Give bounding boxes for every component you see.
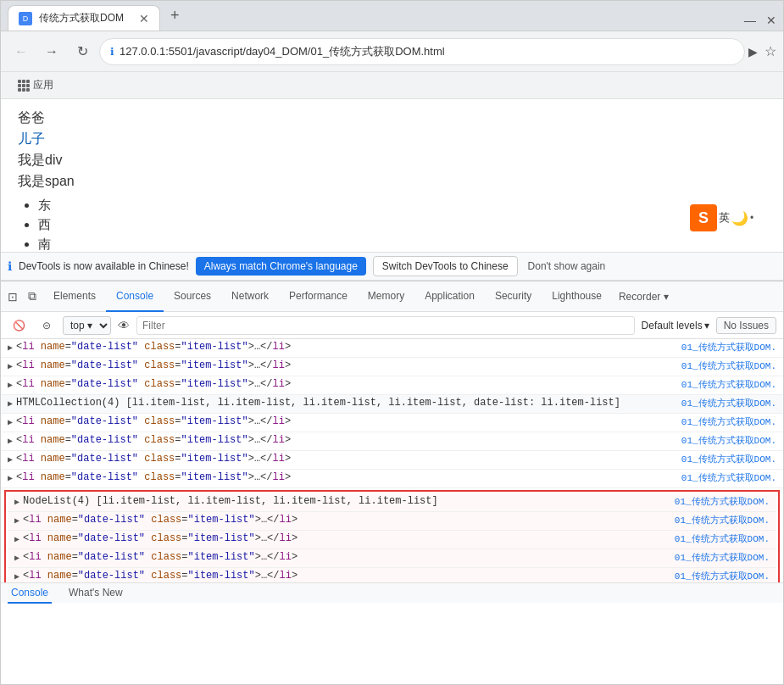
row-content-6: <li name="date-list" class="item-list">……	[16, 434, 681, 446]
row-content-3: <li name="date-list" class="item-list">……	[16, 378, 681, 390]
list-item-east: 东	[38, 198, 766, 214]
sogou-logo: S 英 🌙 •	[690, 201, 766, 235]
recorder-button[interactable]: Recorder ▾	[612, 291, 676, 303]
row-content-hl-2: <li name="date-list" class="item-list">……	[23, 532, 675, 544]
tab-performance[interactable]: Performance	[279, 281, 358, 312]
cast-icon[interactable]: ▶	[748, 45, 758, 58]
browser-frame: D 传统方式获取DOM ✕ + — ✕ ← → ↻ ℹ 127.0.0.1:55…	[0, 0, 784, 685]
console-row-7[interactable]: ▶ <li name="date-list" class="item-list"…	[1, 451, 783, 470]
row-content-nodelist: NodeList(4) [li.item-list, li.item-list,…	[23, 495, 675, 507]
row-arrow-htmlcollection: ▶	[8, 397, 13, 409]
active-tab: D 传统方式获取DOM ✕	[8, 5, 160, 31]
bottom-tab-console[interactable]: Console	[8, 583, 52, 604]
row-source-1[interactable]: 01_传统方式获取DOM.	[681, 341, 776, 354]
row-source-htmlcollection[interactable]: 01_传统方式获取DOM.	[681, 397, 776, 409]
tab-close-button[interactable]: ✕	[139, 13, 149, 25]
dismiss-notification-button[interactable]: Don't show again	[528, 260, 606, 272]
row-source-hl-3[interactable]: 01_传统方式获取DOM.	[675, 551, 770, 564]
devtools-tab-icons: ⊡ ⧉	[4, 286, 40, 307]
forward-button[interactable]: →	[38, 38, 65, 65]
bookmarks-bar: 应用	[1, 72, 783, 99]
apps-bookmark-button[interactable]: 应用	[11, 75, 60, 96]
bookmark-icon[interactable]: ☆	[765, 43, 776, 59]
row-source-5[interactable]: 01_传统方式获取DOM.	[681, 415, 776, 428]
row-arrow-6: ▶	[8, 434, 13, 446]
console-row-2[interactable]: ▶ <li name="date-list" class="item-list"…	[1, 358, 783, 376]
row-source-8[interactable]: 01_传统方式获取DOM.	[681, 471, 776, 484]
default-levels-button[interactable]: Default levels ▾	[642, 320, 709, 331]
page-list: 东 西 南 北	[38, 198, 766, 252]
console-row-5[interactable]: ▶ <li name="date-list" class="item-list"…	[1, 414, 783, 432]
address-bar: ← → ↻ ℹ 127.0.0.1:5501/javascript/day04_…	[1, 31, 783, 72]
row-source-hl-2[interactable]: 01_传统方式获取DOM.	[675, 532, 770, 545]
back-button[interactable]: ←	[8, 38, 35, 65]
console-filter-input[interactable]	[136, 316, 635, 335]
refresh-button[interactable]: ↻	[69, 38, 96, 65]
console-row-nodelist-header[interactable]: ▶ NodeList(4) [li.item-list, li.item-lis…	[8, 493, 776, 512]
row-arrow-hl-3: ▶	[14, 551, 19, 563]
recorder-arrow-icon: ▾	[664, 291, 669, 303]
row-arrow-5: ▶	[8, 415, 13, 427]
minimize-icon[interactable]: —	[744, 14, 756, 27]
row-source-hl-4[interactable]: 01_传统方式获取DOM.	[675, 570, 770, 582]
row-content-8: <li name="date-list" class="item-list">……	[16, 471, 681, 483]
console-row-1[interactable]: ▶ <li name="date-list" class="item-list"…	[1, 339, 783, 358]
row-content-7: <li name="date-list" class="item-list">……	[16, 453, 681, 465]
tab-memory[interactable]: Memory	[358, 281, 414, 312]
row-source-7[interactable]: 01_传统方式获取DOM.	[681, 453, 776, 465]
console-right-controls: Default levels ▾ No Issues	[642, 317, 776, 334]
console-toggle-button[interactable]: ⊝	[37, 318, 56, 333]
sogou-extra: •	[750, 212, 753, 224]
tab-elements[interactable]: Elements	[43, 281, 106, 312]
sogou-s-icon: S	[690, 204, 717, 231]
tab-sources[interactable]: Sources	[164, 281, 221, 312]
default-levels-arrow: ▾	[704, 320, 709, 331]
page-content: 爸爸 儿子 我是div 我是span 东 西 南 北 S 英 🌙 •	[1, 99, 783, 252]
row-arrow-hl-1: ▶	[14, 514, 19, 526]
default-levels-label: Default levels	[642, 320, 703, 331]
row-arrow-7: ▶	[8, 453, 13, 465]
url-bar[interactable]: ℹ 127.0.0.1:5501/javascript/day04_DOM/01…	[99, 38, 745, 65]
notify-info-icon: ℹ	[8, 259, 12, 273]
console-clear-button[interactable]: 🚫	[8, 318, 31, 333]
page-text-son: 儿子	[18, 131, 766, 148]
row-source-nodelist[interactable]: 01_传统方式获取DOM.	[675, 495, 770, 508]
console-eye-button[interactable]: 👁	[118, 319, 130, 332]
tab-security[interactable]: Security	[485, 281, 542, 312]
row-content-5: <li name="date-list" class="item-list">……	[16, 415, 681, 427]
new-tab-button[interactable]: +	[164, 3, 186, 28]
tab-favicon: D	[19, 12, 32, 25]
console-row-hl-1[interactable]: ▶ <li name="date-list" class="item-list"…	[8, 512, 776, 531]
row-source-6[interactable]: 01_传统方式获取DOM.	[681, 434, 776, 447]
tab-title: 传统方式获取DOM	[39, 11, 132, 25]
row-source-hl-1[interactable]: 01_传统方式获取DOM.	[675, 514, 770, 526]
switch-to-chinese-button[interactable]: Switch DevTools to Chinese	[373, 256, 518, 276]
console-context-select[interactable]: top ▾	[63, 316, 111, 335]
bottom-tab-whats-new[interactable]: What's New	[65, 583, 126, 604]
console-row-8[interactable]: ▶ <li name="date-list" class="item-list"…	[1, 470, 783, 488]
devtools-inspect-icon[interactable]: ⊡	[4, 287, 21, 307]
console-row-hl-4[interactable]: ▶ <li name="date-list" class="item-list"…	[8, 568, 776, 582]
console-row-hl-3[interactable]: ▶ <li name="date-list" class="item-list"…	[8, 549, 776, 568]
tab-console[interactable]: Console	[106, 281, 164, 312]
console-row-3[interactable]: ▶ <li name="date-list" class="item-list"…	[1, 376, 783, 395]
tab-lighthouse[interactable]: Lighthouse	[542, 281, 612, 312]
console-row-6[interactable]: ▶ <li name="date-list" class="item-list"…	[1, 432, 783, 451]
close-window-icon[interactable]: ✕	[766, 14, 776, 27]
row-arrow-nodelist: ▶	[14, 495, 19, 507]
devtools-responsive-icon[interactable]: ⧉	[25, 286, 40, 307]
list-item-south: 南	[38, 237, 766, 252]
row-source-3[interactable]: 01_传统方式获取DOM.	[681, 378, 776, 391]
row-source-2[interactable]: 01_传统方式获取DOM.	[681, 359, 776, 372]
row-content-2: <li name="date-list" class="item-list">……	[16, 359, 681, 371]
console-row-htmlcollection[interactable]: ▶ HTMLCollection(4) [li.item-list, li.it…	[1, 395, 783, 414]
console-row-hl-2[interactable]: ▶ <li name="date-list" class="item-list"…	[8, 531, 776, 549]
row-arrow-8: ▶	[8, 471, 13, 483]
page-text-dad: 爸爸	[18, 109, 766, 127]
tab-network[interactable]: Network	[221, 281, 279, 312]
row-arrow-hl-4: ▶	[14, 570, 19, 582]
no-issues-button[interactable]: No Issues	[716, 317, 776, 334]
row-content-htmlcollection: HTMLCollection(4) [li.item-list, li.item…	[16, 397, 681, 409]
tab-application[interactable]: Application	[414, 281, 485, 312]
match-language-button[interactable]: Always match Chrome's language	[196, 257, 366, 276]
